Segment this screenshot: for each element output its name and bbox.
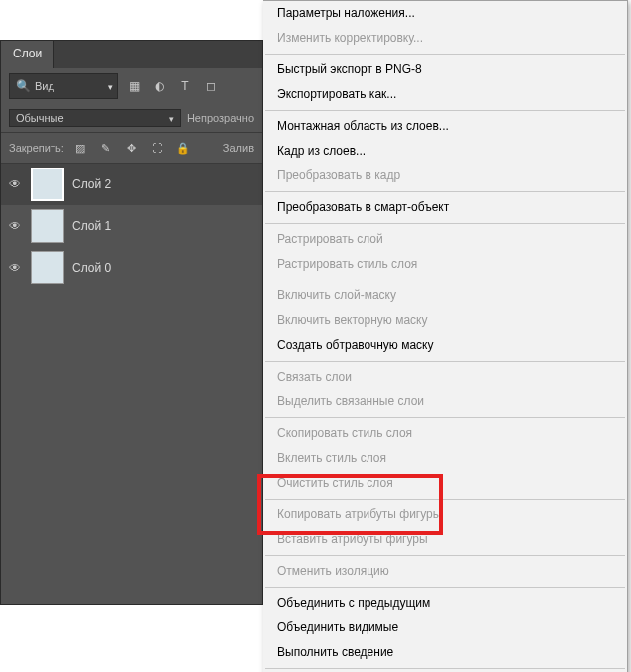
- menu-separator: [265, 223, 625, 224]
- visibility-eye-icon[interactable]: 👁: [7, 261, 23, 275]
- blend-mode-value: Обычные: [16, 112, 64, 124]
- layer-filter-dropdown[interactable]: 🔍: [9, 73, 118, 99]
- blend-row: Обычные Непрозрачно: [1, 104, 262, 132]
- filter-input[interactable]: [35, 80, 104, 92]
- menu-item: Очистить стиль слоя: [263, 471, 627, 496]
- lock-label: Закрепить:: [9, 142, 64, 154]
- visibility-eye-icon[interactable]: 👁: [7, 177, 23, 191]
- menu-separator: [265, 54, 625, 55]
- layer-thumbnail[interactable]: [31, 168, 64, 201]
- filter-row: 🔍 ▦ ◐ T ◻: [1, 68, 262, 104]
- menu-item: Изменить корректировку...: [263, 26, 627, 51]
- menu-item: Вклеить стиль слоя: [263, 446, 627, 471]
- menu-separator: [265, 499, 625, 500]
- layers-panel: Слои 🔍 ▦ ◐ T ◻ Обычные Непрозрачно Закре…: [0, 40, 263, 605]
- menu-separator: [265, 668, 625, 669]
- menu-separator: [265, 110, 625, 111]
- menu-separator: [265, 280, 625, 280]
- lock-artboard-icon[interactable]: ⛶: [148, 138, 167, 158]
- menu-item[interactable]: Объединить с предыдущим: [263, 591, 627, 616]
- search-icon: 🔍: [16, 76, 31, 96]
- layer-name-label[interactable]: Слой 1: [72, 219, 111, 233]
- layer-list: 👁Слой 2👁Слой 1👁Слой 0: [1, 164, 262, 288]
- lock-row: Закрепить: ▨ ✎ ✥ ⛶ 🔒 Залив: [1, 132, 262, 164]
- menu-item[interactable]: Объединить видимые: [263, 616, 627, 640]
- menu-separator: [265, 587, 625, 588]
- layer-context-menu: Параметры наложения...Изменить корректир…: [263, 0, 628, 672]
- layer-name-label[interactable]: Слой 2: [72, 177, 111, 191]
- filter-shape-icon[interactable]: ◻: [201, 76, 221, 96]
- opacity-label: Непрозрачно: [187, 112, 254, 124]
- menu-item: Преобразовать в кадр: [263, 164, 627, 188]
- chevron-down-icon: [169, 112, 174, 124]
- menu-item: Включить слой-маску: [263, 283, 627, 308]
- filter-pixel-icon[interactable]: ▦: [124, 76, 144, 96]
- menu-item[interactable]: Монтажная область из слоев...: [263, 114, 627, 139]
- menu-separator: [265, 361, 625, 362]
- filter-adjust-icon[interactable]: ◐: [150, 76, 169, 96]
- filter-type-icon[interactable]: T: [175, 76, 195, 96]
- menu-item: Растрировать стиль слоя: [263, 252, 627, 277]
- menu-item: Включить векторную маску: [263, 308, 627, 333]
- menu-separator: [265, 555, 625, 556]
- visibility-eye-icon[interactable]: 👁: [7, 219, 23, 233]
- layer-thumbnail[interactable]: [31, 209, 64, 243]
- layer-name-label[interactable]: Слой 0: [72, 261, 111, 275]
- layer-row[interactable]: 👁Слой 0: [1, 247, 262, 288]
- lock-all-icon[interactable]: 🔒: [173, 138, 193, 158]
- layer-thumbnail[interactable]: [31, 251, 64, 284]
- menu-item[interactable]: Кадр из слоев...: [263, 139, 627, 164]
- menu-item[interactable]: Выполнить сведение: [263, 640, 627, 665]
- fill-label: Залив: [223, 142, 254, 154]
- lock-transparency-icon[interactable]: ▨: [70, 138, 90, 158]
- menu-item: Отменить изоляцию: [263, 559, 627, 584]
- menu-item: Выделить связанные слои: [263, 390, 627, 414]
- layer-row[interactable]: 👁Слой 2: [1, 164, 262, 205]
- menu-separator: [265, 417, 625, 418]
- menu-item[interactable]: Параметры наложения...: [263, 1, 627, 26]
- menu-separator: [265, 191, 625, 192]
- menu-item: Скопировать стиль слоя: [263, 421, 627, 446]
- layer-row[interactable]: 👁Слой 1: [1, 205, 262, 247]
- menu-item: Вставить атрибуты фигуры: [263, 527, 627, 552]
- menu-item: Растрировать слой: [263, 227, 627, 252]
- panel-tabs: Слои: [1, 41, 262, 68]
- tab-layers[interactable]: Слои: [1, 41, 54, 68]
- menu-item[interactable]: Экспортировать как...: [263, 82, 627, 107]
- menu-item: Копировать атрибуты фигуры: [263, 503, 627, 527]
- lock-brush-icon[interactable]: ✎: [96, 138, 116, 158]
- lock-position-icon[interactable]: ✥: [122, 138, 142, 158]
- menu-item[interactable]: Быстрый экспорт в PNG-8: [263, 57, 627, 82]
- blend-mode-select[interactable]: Обычные: [9, 109, 181, 127]
- menu-item[interactable]: Создать обтравочную маску: [263, 333, 627, 358]
- chevron-down-icon: [108, 79, 113, 93]
- menu-item: Связать слои: [263, 365, 627, 390]
- menu-item[interactable]: Преобразовать в смарт-объект: [263, 195, 627, 220]
